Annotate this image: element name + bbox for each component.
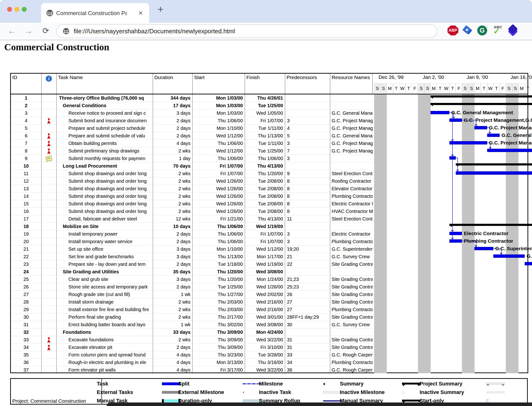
- column-header-duration[interactable]: Duration: [153, 74, 193, 94]
- legend-label-milestone: Milestone: [259, 379, 283, 388]
- table-row[interactable]: 22Set line and grade benchmarks3 daysThu…: [11, 253, 373, 261]
- table-row[interactable]: 10Long Lead Procurement70 daysFri 1/07/0…: [11, 162, 373, 170]
- summary-bar[interactable]: [456, 163, 532, 166]
- cell-task-name: Install storm drainage: [57, 298, 153, 306]
- grammarly-extension-icon[interactable]: G: [477, 25, 487, 36]
- table-row[interactable]: 25Clear and grub site3 daysThu 1/20/00Mo…: [11, 276, 373, 283]
- layers-extension-icon[interactable]: [507, 25, 518, 36]
- zoom-window-button[interactable]: [22, 7, 27, 12]
- table-row[interactable]: 13Submit shop drawings and order long2 w…: [11, 185, 373, 193]
- table-row[interactable]: 17Detail, fabricate and deliver steel12 …: [11, 215, 373, 223]
- table-row[interactable]: 9Submit monthly requests for paymen1 day…: [11, 155, 373, 162]
- cell-task-name: Install temporary power: [57, 230, 153, 238]
- close-tab-icon[interactable]: ×: [137, 9, 145, 17]
- table-row[interactable]: 31Erect building batter boards and layo1…: [11, 321, 373, 329]
- table-row[interactable]: 28Install storm drainage2 wksThu 2/03/00…: [11, 298, 373, 306]
- reload-button[interactable]: ⟳: [40, 25, 52, 37]
- table-row[interactable]: 18Mobilize on Site10 daysThu 1/06/00Wed …: [11, 223, 373, 230]
- url-text[interactable]: file:///Users/nayyershahbaz/Documents/ne…: [74, 25, 235, 37]
- table-row[interactable]: 37Form elevator pit walls4 daysFri 3/17/…: [11, 366, 373, 374]
- summary-bar[interactable]: [431, 103, 532, 105]
- table-row[interactable]: 20Install temporary water service2 daysT…: [11, 238, 373, 246]
- table-row[interactable]: 16Submit shop drawings and order long2 w…: [11, 208, 373, 215]
- task-bar[interactable]: [449, 141, 487, 145]
- cell-duration: 10 days: [153, 223, 193, 230]
- adblock-plus-extension-icon[interactable]: ABP: [447, 25, 458, 36]
- task-note-icon: [45, 155, 53, 162]
- task-bar[interactable]: [474, 126, 487, 129]
- legend-label-task: Task: [97, 379, 108, 388]
- timescale-week-label: Jan 2, '00: [423, 74, 444, 80]
- column-header-start[interactable]: Start: [193, 74, 245, 94]
- table-row[interactable]: 14Submit shop drawings and order long2 w…: [11, 193, 373, 200]
- spellcheck-extension-icon[interactable]: ABC ✓: [492, 25, 503, 36]
- cell-finish: Tue 2/08/00: [245, 185, 285, 192]
- table-row[interactable]: 12Submit shop drawings and order long2 w…: [11, 178, 373, 185]
- table-row[interactable]: 8Submit preliminary shop drawings2 wksWe…: [11, 147, 373, 155]
- new-tab-button[interactable]: +: [155, 4, 166, 15]
- task-bar[interactable]: [431, 111, 449, 114]
- back-button[interactable]: ←: [6, 25, 18, 37]
- tag-extension-icon[interactable]: [463, 25, 474, 36]
- column-header-resource_names[interactable]: Resource Names: [330, 74, 373, 94]
- summary-bar[interactable]: [449, 224, 532, 226]
- forward-button[interactable]: →: [22, 25, 35, 37]
- cell-resources: G.C. Project Managem: [330, 125, 373, 132]
- cell-predecessors: 31: [285, 344, 330, 351]
- task-bar[interactable]: [487, 134, 500, 137]
- table-row[interactable]: 29Install exterior fire line and buildin…: [11, 306, 373, 313]
- column-header-finish[interactable]: Finish: [245, 74, 285, 94]
- table-row[interactable]: 23Prepare site - lay down yard and tem2 …: [11, 261, 373, 268]
- cell-indicator: [42, 132, 57, 139]
- address-bar[interactable]: file:///Users/nayyershahbaz/Documents/ne…: [56, 24, 437, 38]
- column-header-predecessors[interactable]: Predecessors: [285, 74, 330, 94]
- cell-task-name: Obtain building permits: [57, 140, 153, 147]
- task-bar[interactable]: [449, 156, 456, 160]
- legend-swatch-project-summary: [486, 379, 505, 388]
- task-bar[interactable]: [525, 262, 532, 265]
- task-bar[interactable]: [487, 149, 532, 152]
- table-row[interactable]: 4Submit bond and insurance documen2 days…: [11, 117, 373, 125]
- table-row[interactable]: 36Rough-in electric and plumbing in ele4…: [11, 359, 373, 366]
- task-bar[interactable]: [449, 118, 462, 122]
- task-bar[interactable]: [449, 232, 462, 235]
- browser-tab[interactable]: Commercial Construction Pag ×: [41, 3, 149, 23]
- close-window-button[interactable]: [7, 7, 12, 12]
- task-bar[interactable]: [474, 247, 493, 250]
- task-bar[interactable]: [456, 171, 532, 175]
- legend-label-split: Split: [178, 379, 189, 388]
- table-row[interactable]: 24Site Grading and Utilities35 daysThu 1…: [11, 268, 373, 276]
- table-row[interactable]: 30Perform final site grading2 wksThu 2/1…: [11, 313, 373, 321]
- column-header-info[interactable]: i: [42, 74, 57, 94]
- timescale-day-cell: T: [405, 83, 412, 93]
- table-row[interactable]: 11Submit shop drawings and order long2 w…: [11, 170, 373, 178]
- column-header-id[interactable]: ID: [11, 74, 42, 94]
- table-row[interactable]: 6Prepare and submit schedule of valu2 da…: [11, 132, 373, 140]
- table-row[interactable]: 26Stone site access and temporary park2 …: [11, 283, 373, 291]
- page-title: Commercial Construction: [4, 42, 109, 53]
- table-row[interactable]: 1Three-story Office Building (76,000 sq3…: [11, 94, 373, 102]
- task-bar[interactable]: [449, 239, 462, 243]
- minimize-window-button[interactable]: [14, 7, 19, 12]
- table-row[interactable]: 35Form column piers and spread found4 da…: [11, 351, 373, 359]
- table-row[interactable]: 5Prepare and submit project schedule2 da…: [11, 125, 373, 132]
- cell-indicator: [42, 162, 57, 170]
- summary-bar[interactable]: [431, 95, 532, 97]
- cell-duration: 2 days: [153, 283, 193, 290]
- table-row[interactable]: 21Set up site office3 daysMon 1/10/00Wed…: [11, 246, 373, 253]
- table-row[interactable]: 3Receive notice to proceed and sign c3 d…: [11, 109, 373, 117]
- macos-dock-edge[interactable]: [107, 402, 532, 406]
- cell-indicator: [42, 344, 57, 351]
- table-row[interactable]: 32Foundations33 daysThu 3/09/00Mon 4/24/…: [11, 329, 373, 336]
- cell-finish: Wed 2/16/00: [245, 298, 285, 306]
- table-row[interactable]: 2General Conditions17 daysMon 1/03/00Tue…: [11, 102, 373, 109]
- table-row[interactable]: 33Excavate foundations2 wksThu 3/09/00We…: [11, 336, 373, 344]
- table-row[interactable]: 27Rough grade site (cut and fill)1 wkThu…: [11, 291, 373, 298]
- table-row[interactable]: 15Submit shop drawings and order long2 w…: [11, 200, 373, 208]
- cell-start: Thu 1/20/00: [193, 268, 245, 276]
- column-header-task_name[interactable]: Task Name: [57, 74, 153, 94]
- table-row[interactable]: 19Install temporary power2 daysThu 1/06/…: [11, 230, 373, 238]
- table-row[interactable]: 7Obtain building permits4 daysThu 1/06/0…: [11, 140, 373, 147]
- table-row[interactable]: 34Excavate elevator pit2 daysThu 3/09/00…: [11, 344, 373, 351]
- task-bar[interactable]: [493, 254, 525, 258]
